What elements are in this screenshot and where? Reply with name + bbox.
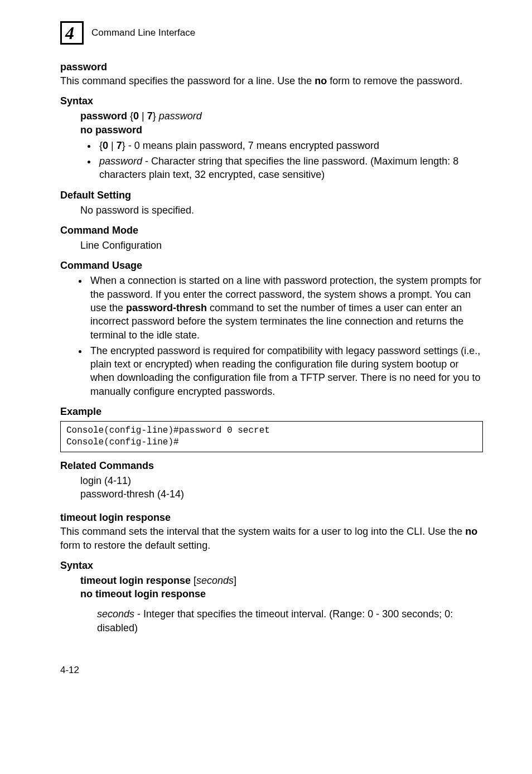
related-commands: login (4-11) password-thresh (4-14) xyxy=(80,474,483,501)
password-thresh-keyword: password-thresh xyxy=(126,302,207,313)
example-code: Console(config-line)#password 0 secret C… xyxy=(60,421,483,452)
arg-seconds: seconds xyxy=(196,575,234,586)
text: This command specifies the password for … xyxy=(60,75,315,86)
list-item: When a connection is started on a line w… xyxy=(88,274,483,341)
opt-0: 0 xyxy=(103,140,108,151)
page: 4 Command Line Interface password This c… xyxy=(0,0,532,704)
password-syntax: password {0 | 7} password no password xyxy=(80,109,483,137)
password-heading: password xyxy=(60,61,483,73)
chapter-number-icon: 4 xyxy=(60,21,84,45)
page-header: 4 Command Line Interface xyxy=(60,21,483,45)
no-keyword: no xyxy=(465,526,477,537)
password-description: This command specifies the password for … xyxy=(60,74,483,88)
text: | xyxy=(139,110,147,122)
chapter-title: Command Line Interface xyxy=(91,27,195,38)
list-item: {0 | 7} - 0 means plain password, 7 mean… xyxy=(97,139,483,152)
list-item: The encrypted password is required for c… xyxy=(88,344,483,398)
list-item: password - Character string that specifi… xyxy=(97,154,483,182)
timeout-heading: timeout login response xyxy=(60,512,483,524)
default-setting-text: No password is specified. xyxy=(80,204,483,217)
arg-password: password xyxy=(159,110,202,122)
text: This command sets the interval that the … xyxy=(60,526,465,537)
no-timeout-keyword: no timeout login response xyxy=(80,588,206,599)
opt-0: 0 xyxy=(133,110,139,122)
text: form to remove the password. xyxy=(327,75,462,86)
keyword: timeout login response xyxy=(80,575,191,586)
password-syntax-bullets: {0 | 7} - 0 means plain password, 7 mean… xyxy=(97,139,483,182)
timeout-syntax: timeout login response [seconds] no time… xyxy=(80,574,483,601)
text: } - 0 means plain password, 7 means encr… xyxy=(122,140,379,151)
related-login: login (4-11) xyxy=(80,475,131,486)
keyword: password xyxy=(80,110,127,122)
related-commands-heading: Related Commands xyxy=(60,460,483,472)
timeout-syntax-heading: Syntax xyxy=(60,560,483,572)
text: ] xyxy=(234,575,236,586)
syntax-heading: Syntax xyxy=(60,95,483,107)
chapter-number: 4 xyxy=(65,24,74,42)
command-mode-heading: Command Mode xyxy=(60,225,483,236)
opt-7: 7 xyxy=(117,140,122,151)
timeout-arg-desc: seconds - Integer that specifies the tim… xyxy=(97,607,483,635)
text: { xyxy=(127,110,133,122)
related-password-thresh: password-thresh (4-14) xyxy=(80,488,184,500)
default-setting-heading: Default Setting xyxy=(60,190,483,201)
arg-seconds: seconds xyxy=(97,608,134,620)
opt-7: 7 xyxy=(147,110,153,122)
no-keyword: no xyxy=(315,75,327,86)
text: - Integer that specifies the timeout int… xyxy=(97,608,453,633)
command-usage-bullets: When a connection is started on a line w… xyxy=(88,274,483,398)
text: - Character string that specifies the li… xyxy=(99,156,458,180)
text: [ xyxy=(191,575,196,586)
page-number: 4-12 xyxy=(60,665,483,676)
no-password-keyword: no password xyxy=(80,124,142,136)
text: form to restore the default setting. xyxy=(60,540,210,551)
text: | xyxy=(108,140,117,151)
example-heading: Example xyxy=(60,406,483,418)
text: } xyxy=(153,110,159,122)
timeout-description: This command sets the interval that the … xyxy=(60,525,483,552)
command-usage-heading: Command Usage xyxy=(60,260,483,272)
text: The encrypted password is required for c… xyxy=(90,345,480,397)
command-mode-text: Line Configuration xyxy=(80,239,483,252)
arg-password: password xyxy=(99,156,142,167)
